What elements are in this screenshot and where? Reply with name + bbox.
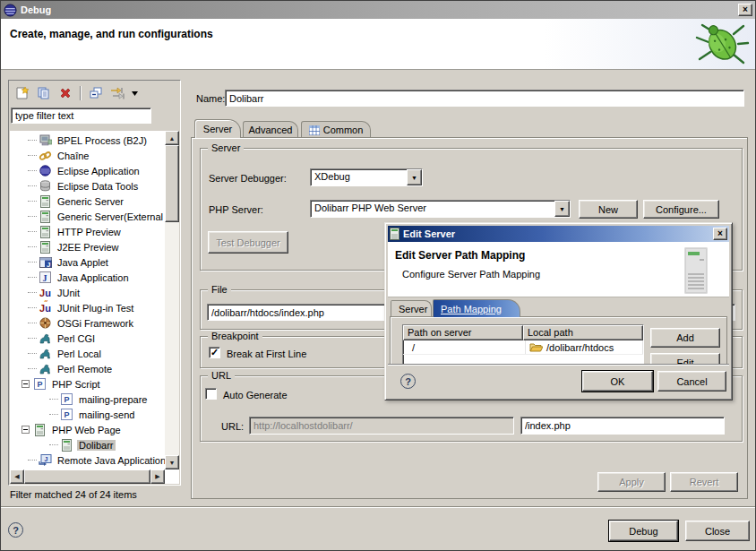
configure-button[interactable]: Configure... (643, 200, 719, 219)
close-button[interactable]: Close (685, 521, 750, 541)
tree-item-label: Eclipse Application (56, 166, 142, 176)
mapping-column-header[interactable]: Local path (523, 325, 643, 340)
tree-item-php-web-page[interactable]: PHP Web Page (10, 422, 165, 437)
junit-icon: Ju (39, 287, 52, 299)
debug-configurations-window: Debug × Create, manage, and run configur… (0, 0, 756, 551)
dialog-tab-path-mapping[interactable]: Path Mapping (433, 299, 520, 317)
tree-item-mailing-send[interactable]: Pmailing-send (10, 407, 165, 422)
new-configuration-button[interactable] (13, 83, 32, 103)
tree-connector (28, 216, 37, 217)
footer-separator (1, 506, 756, 508)
name-input[interactable] (225, 90, 744, 107)
scroll-left-button[interactable]: ◀ (10, 469, 24, 484)
toolbar-menu-button[interactable] (129, 83, 140, 103)
tree-connector (28, 277, 37, 278)
tree-item-eclipse-data-tools[interactable]: Eclipse Data Tools (10, 178, 165, 194)
eclipse-app-icon (39, 165, 52, 177)
tree-item-label: JUnit (56, 288, 82, 298)
dialog-help-button[interactable]: ? (400, 374, 416, 389)
mapping-row[interactable]: //dolibarr/htdocs (403, 340, 643, 355)
tree-horizontal-scrollbar[interactable]: ◀ ▶ (10, 469, 165, 484)
tree-item-dolibarr[interactable]: Dolibarr (10, 437, 165, 452)
url-label: URL: (221, 421, 244, 432)
collapse-box-icon[interactable] (21, 380, 30, 388)
help-button[interactable]: ? (8, 522, 23, 538)
window-close-button[interactable]: × (738, 4, 752, 16)
tree-item-label: Generic Server (56, 196, 125, 207)
tree-connector (28, 368, 37, 369)
ok-button[interactable]: OK (582, 371, 653, 392)
dialog-tab-server[interactable]: Server (391, 300, 432, 317)
tree-item-mailing-prepare[interactable]: Pmailing-prepare (10, 392, 165, 407)
window-titlebar[interactable]: Debug × (1, 1, 755, 19)
new-server-button[interactable]: New (579, 200, 638, 219)
tree-connector (28, 140, 37, 141)
tab-common[interactable]: Common (301, 121, 371, 138)
dialog-close-button[interactable]: × (713, 228, 727, 240)
tree-connector (49, 444, 58, 445)
tree-item-java-application[interactable]: JJava Application (10, 270, 165, 285)
php-server-combo[interactable]: Dolibarr PHP Web Server ▼ (310, 200, 571, 218)
debug-button[interactable]: Debug (609, 521, 678, 541)
tree-item-junit-plug-in-test[interactable]: Ju»JUnit Plug-in Test (10, 300, 165, 315)
tree-item-http-preview[interactable]: HTTP Preview (10, 224, 165, 239)
tree-item-label: Chaîne (56, 151, 90, 161)
tree-item-osgi-framework[interactable]: OSGi Framework (10, 315, 165, 331)
scroll-down-button[interactable]: ▼ (165, 455, 179, 469)
path-mapping-table[interactable]: Path on serverLocal path //dolibarr/htdo… (402, 324, 644, 367)
tree-item-java-applet[interactable]: JJava Applet (10, 254, 165, 270)
tree-item-label: Java Applet (56, 257, 110, 268)
revert-button[interactable]: Revert (670, 472, 738, 492)
test-debugger-button[interactable]: Test Debugger (208, 231, 288, 254)
tree-item-perl-cgi[interactable]: Perl CGI (10, 331, 165, 346)
tree-item-generic-server[interactable]: Generic Server (10, 194, 165, 209)
java-applet-icon: J (39, 256, 52, 269)
tree-item-php-script[interactable]: PPHP Script (10, 376, 165, 392)
mapping-column-header[interactable]: Path on server (403, 325, 523, 340)
tree-item-label: J2EE Preview (56, 242, 120, 253)
path-mapping-content: Path on serverLocal path //dolibarr/htdo… (390, 316, 727, 367)
scroll-right-button[interactable]: ▶ (150, 469, 165, 484)
apply-button[interactable]: Apply (597, 472, 666, 492)
horizontal-scroll-thumb[interactable] (24, 469, 150, 484)
tree-vertical-scrollbar[interactable]: ▲ ▼ (165, 131, 179, 469)
url-base-input[interactable] (249, 417, 514, 435)
url-path-input[interactable] (520, 417, 725, 435)
server-debugger-combo[interactable]: XDebug ▼ (310, 168, 423, 186)
tree-item-label: Java Application (56, 272, 131, 283)
cancel-button[interactable]: Cancel (657, 371, 726, 392)
tree-item-perl-remote[interactable]: Perl Remote (10, 361, 165, 376)
tree-connector (28, 170, 37, 171)
scroll-up-button[interactable]: ▲ (165, 131, 179, 145)
tree-item-perl-local[interactable]: Perl Local (10, 346, 165, 361)
dialog-titlebar[interactable]: Edit Server × (388, 226, 729, 242)
tree-connector (28, 353, 37, 354)
chevron-down-icon[interactable]: ▼ (407, 169, 422, 185)
toolbar-separator (80, 86, 82, 100)
filter-input[interactable] (11, 108, 151, 124)
php-icon: P (33, 378, 47, 391)
auto-generate-checkbox[interactable] (205, 388, 217, 400)
tree-item-generic-server-external-la[interactable]: Generic Server(External La (10, 209, 165, 224)
tab-advanced[interactable]: Advanced (243, 121, 298, 138)
tab-server[interactable]: Server (194, 119, 241, 138)
tree-item-bpel-process-b2j-[interactable]: BPEL Process (B2J) (10, 133, 165, 148)
tree-item-junit[interactable]: JuJUnit (10, 285, 165, 300)
delete-button[interactable] (56, 83, 75, 103)
tree-item-remote-java-application[interactable]: JRemote Java Application (10, 452, 165, 468)
collapse-all-button[interactable] (86, 83, 106, 103)
configuration-tree: BPEL Process (B2J)ChaîneEclipse Applicat… (10, 131, 179, 484)
svg-text:J: J (45, 456, 48, 462)
filter-button[interactable] (107, 83, 127, 103)
break-first-line-checkbox[interactable]: ✓ (209, 347, 220, 358)
tree-item-eclipse-application[interactable]: Eclipse Application (10, 163, 165, 178)
perl-icon (39, 348, 52, 360)
collapse-box-icon[interactable] (21, 426, 30, 434)
perl-icon (39, 332, 52, 345)
add-mapping-button[interactable]: Add (650, 328, 720, 348)
tree-item-j2ee-preview[interactable]: J2EE Preview (10, 239, 165, 254)
duplicate-button[interactable] (34, 83, 54, 103)
vertical-scroll-thumb[interactable] (165, 145, 179, 222)
chevron-down-icon[interactable]: ▼ (554, 201, 570, 217)
tree-item-cha-ne[interactable]: Chaîne (10, 148, 165, 163)
